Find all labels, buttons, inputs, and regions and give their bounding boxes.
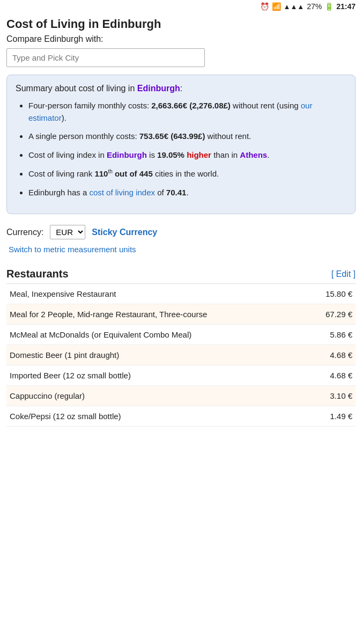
page-title: Cost of Living in Edinburgh <box>6 17 356 31</box>
summary-item-3-city2: Athens <box>240 150 267 159</box>
city-search-input[interactable] <box>6 48 205 67</box>
item-price: 67.29 € <box>251 304 356 325</box>
battery-icon: 🔋 <box>324 2 334 11</box>
col-index-link[interactable]: cost of living index <box>89 188 155 197</box>
summary-box: Summary about cost of living in Edinburg… <box>6 75 356 214</box>
table-row: Imported Beer (12 oz small bottle) 4.68 … <box>6 365 356 386</box>
item-price: 4.68 € <box>251 365 356 386</box>
summary-item-3-higher: higher <box>187 150 211 159</box>
summary-item-4-text3: cities in the world. <box>153 169 219 178</box>
summary-item-3-city1: Edinburgh <box>107 150 147 159</box>
item-price: 4.68 € <box>251 345 356 365</box>
restaurants-header: Restaurants [ Edit ] <box>6 262 356 284</box>
item-price: 5.86 € <box>251 325 356 345</box>
summary-item-5-text2: of <box>155 188 166 197</box>
compare-label: Compare Edinburgh with: <box>6 34 356 44</box>
table-row: Coke/Pepsi (12 oz small bottle) 1.49 € <box>6 406 356 427</box>
summary-item-2-text2: without rent. <box>205 131 251 141</box>
summary-item-1: Four-person family monthly costs: 2,663.… <box>28 100 346 124</box>
summary-item-2-text1: A single person monthly costs: <box>28 131 139 141</box>
battery-text: 27% <box>307 2 322 11</box>
item-price: 15.80 € <box>251 284 356 304</box>
summary-item-2-bold: 753.65€ (643.99£) <box>139 131 205 141</box>
currency-select[interactable]: EUR USD GBP JPY CHF <box>50 225 85 239</box>
currency-label: Currency: <box>6 228 43 237</box>
status-bar: ⏰ 📶 ▲▲▲ 27% 🔋 21:47 <box>0 0 362 13</box>
item-name: Coke/Pepsi (12 oz small bottle) <box>6 406 251 427</box>
summary-item-1-text1: Four-person family monthly costs: <box>28 101 151 110</box>
time-display: 21:47 <box>336 2 356 11</box>
summary-item-3-text5: . <box>267 150 269 159</box>
summary-intro: Summary about cost of living in <box>16 84 137 93</box>
item-name: Meal for 2 People, Mid-range Restaurant,… <box>6 304 251 325</box>
alarm-icon: ⏰ <box>260 2 269 11</box>
summary-item-5-bold: 70.41 <box>166 188 187 197</box>
item-name: Meal, Inexpensive Restaurant <box>6 284 251 304</box>
item-name: Imported Beer (12 oz small bottle) <box>6 365 251 386</box>
table-row: Domestic Beer (1 pint draught) 4.68 € <box>6 345 356 365</box>
summary-colon: : <box>180 84 182 93</box>
summary-item-4-text1: Cost of living rank <box>28 169 94 178</box>
currency-row: Currency: EUR USD GBP JPY CHF Sticky Cur… <box>6 223 356 241</box>
table-row: Cappuccino (regular) 3.10 € <box>6 386 356 406</box>
summary-title: Summary about cost of living in Edinburg… <box>16 84 346 93</box>
sticky-currency-link[interactable]: Sticky Currency <box>92 228 157 237</box>
summary-item-3-text2: is <box>147 150 157 159</box>
item-name: Domestic Beer (1 pint draught) <box>6 345 251 365</box>
summary-item-3-text4: than in <box>211 150 240 159</box>
restaurants-edit-link[interactable]: [ Edit ] <box>331 269 356 279</box>
table-row: McMeal at McDonalds (or Equivalent Combo… <box>6 325 356 345</box>
summary-list: Four-person family monthly costs: 2,663.… <box>16 100 346 199</box>
metric-units-link[interactable]: Switch to metric measurement units <box>6 245 356 254</box>
item-price: 1.49 € <box>251 406 356 427</box>
item-name: McMeal at McDonalds (or Equivalent Combo… <box>6 325 251 345</box>
wifi-icon: 📶 <box>272 2 281 11</box>
table-row: Meal for 2 People, Mid-range Restaurant,… <box>6 304 356 325</box>
summary-item-1-text2: without rent (using <box>231 101 301 110</box>
summary-item-1-bold: 2,663.66€ (2,276.08£) <box>151 101 231 110</box>
summary-item-4: Cost of living rank 110th out of 445 cit… <box>28 167 346 180</box>
table-row: Meal, Inexpensive Restaurant 15.80 € <box>6 284 356 304</box>
restaurants-title: Restaurants <box>6 268 69 280</box>
restaurants-table: Meal, Inexpensive Restaurant 15.80 € Mea… <box>6 284 356 427</box>
summary-item-5-text1: Edinburgh has a <box>28 188 89 197</box>
summary-item-5-text3: . <box>186 188 188 197</box>
summary-item-4-rank: 110 <box>94 169 108 178</box>
status-icons: ⏰ 📶 ▲▲▲ 27% 🔋 21:47 <box>260 2 356 11</box>
summary-item-5: Edinburgh has a cost of living index of … <box>28 187 346 199</box>
summary-item-4-sup: th <box>108 169 112 174</box>
summary-item-3-bold: 19.05% <box>157 150 184 159</box>
signal-icon: ▲▲▲ <box>284 3 305 11</box>
summary-city: Edinburgh <box>137 84 180 93</box>
main-content: Cost of Living in Edinburgh Compare Edin… <box>0 13 362 431</box>
restaurants-table-body: Meal, Inexpensive Restaurant 15.80 € Mea… <box>6 284 356 427</box>
summary-item-3-text1: Cost of living index in <box>28 150 107 159</box>
summary-item-1-text3: ). <box>62 113 67 122</box>
summary-item-3: Cost of living index in Edinburgh is 19.… <box>28 149 346 162</box>
summary-item-4-total: out of 445 <box>115 169 153 178</box>
item-price: 3.10 € <box>251 386 356 406</box>
summary-item-2: A single person monthly costs: 753.65€ (… <box>28 130 346 143</box>
item-name: Cappuccino (regular) <box>6 386 251 406</box>
